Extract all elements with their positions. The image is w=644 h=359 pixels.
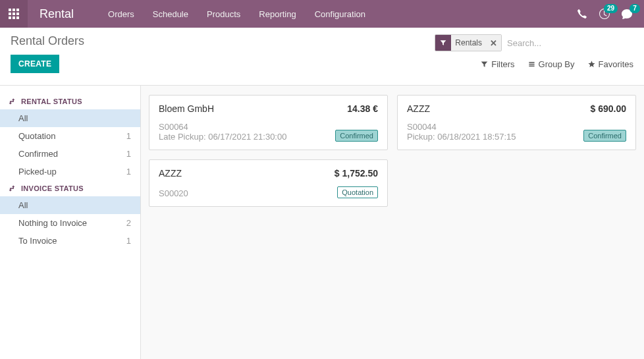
star-icon (588, 61, 595, 68)
kanban-column: AZZZ$ 690.00S00044Pickup: 06/18/2021 18:… (397, 95, 636, 150)
control-panel: Rental Orders CREATE Rentals ✕ Filters G… (0, 28, 644, 86)
create-button[interactable]: CREATE (11, 55, 59, 73)
main-menu: Orders Schedule Products Reporting Confi… (100, 1, 373, 27)
search-facet: Rentals ✕ (435, 34, 502, 51)
list-icon (528, 61, 535, 68)
filter-label: All (18, 200, 28, 210)
menu-schedule[interactable]: Schedule (145, 1, 196, 27)
status-badge: Confirmed (583, 130, 626, 142)
filter-item[interactable]: Confirmed1 (0, 145, 140, 163)
sidebar: RENTAL STATUSAllQuotation1Confirmed1Pick… (0, 86, 141, 359)
card-date: Pickup: 06/18/2021 18:57:15 (407, 132, 516, 142)
apps-icon (9, 9, 19, 19)
filter-item[interactable]: All (0, 109, 140, 127)
menu-products[interactable]: Products (199, 1, 248, 27)
filter-count: 1 (126, 167, 131, 177)
filter-item[interactable]: Quotation1 (0, 127, 140, 145)
filter-item[interactable]: To Invoice1 (0, 232, 140, 250)
activity-badge: 29 (604, 4, 618, 13)
svg-rect-6 (9, 16, 11, 19)
status-badge: Quotation (337, 186, 378, 198)
card-amount: 14.38 € (347, 103, 378, 114)
filter-group-header[interactable]: RENTAL STATUS (0, 94, 140, 109)
facet-filter-icon (435, 35, 451, 51)
filter-label: Quotation (18, 131, 55, 141)
nav-right: 29 7 (577, 9, 644, 19)
order-card[interactable]: AZZZ$ 1,752.50S00020Quotation (149, 159, 388, 207)
svg-rect-2 (16, 9, 19, 11)
search-input[interactable] (502, 35, 633, 51)
kanban-content: Bloem GmbH14.38 €S00064Late Pickup: 06/1… (141, 86, 644, 359)
order-card[interactable]: AZZZ$ 690.00S00044Pickup: 06/18/2021 18:… (397, 95, 636, 150)
groupby-button[interactable]: Group By (528, 59, 575, 69)
svg-rect-5 (16, 13, 19, 15)
search-tools: Filters Group By Favorites (481, 59, 633, 69)
filter-group-header[interactable]: INVOICE STATUS (0, 180, 140, 196)
apps-button[interactable] (0, 0, 28, 28)
svg-rect-4 (13, 13, 15, 15)
retweet-icon (8, 184, 16, 192)
card-date: Late Pickup: 06/17/2021 21:30:00 (159, 132, 286, 142)
menu-configuration[interactable]: Configuration (307, 1, 373, 27)
status-badge: Confirmed (335, 130, 378, 142)
card-order-number: S00044 (407, 122, 516, 132)
filter-label: To Invoice (18, 236, 57, 246)
messages-button[interactable]: 7 (622, 9, 632, 19)
filter-item[interactable]: All (0, 196, 140, 214)
filter-label: All (18, 113, 28, 123)
svg-rect-3 (9, 13, 11, 15)
card-customer: AZZZ (407, 103, 430, 114)
search-bar: Rentals ✕ (435, 34, 633, 51)
filter-count: 1 (126, 131, 131, 141)
card-order-number: S00020 (159, 188, 188, 198)
menu-orders[interactable]: Orders (100, 1, 142, 27)
card-order-number: S00064 (159, 122, 286, 132)
breadcrumb: Rental Orders (11, 34, 84, 48)
filter-label: Confirmed (18, 149, 58, 159)
retweet-icon (8, 97, 16, 105)
card-customer: Bloem GmbH (159, 103, 214, 114)
phone-icon (577, 9, 587, 19)
svg-rect-7 (13, 16, 15, 19)
filters-button[interactable]: Filters (481, 59, 514, 69)
top-nav: Rental Orders Schedule Products Reportin… (0, 0, 644, 28)
svg-rect-0 (9, 9, 11, 11)
brand-title[interactable]: Rental (28, 7, 87, 21)
filter-label: Picked-up (18, 167, 57, 177)
filter-count: 1 (126, 149, 131, 159)
filter-item[interactable]: Picked-up1 (0, 163, 140, 180)
svg-rect-1 (13, 9, 15, 11)
kanban-column: Bloem GmbH14.38 €S00064Late Pickup: 06/1… (149, 95, 388, 207)
filter-count: 2 (126, 218, 131, 228)
menu-reporting[interactable]: Reporting (251, 1, 304, 27)
filter-item[interactable]: Nothing to Invoice2 (0, 214, 140, 232)
facet-label: Rentals (451, 35, 486, 51)
svg-rect-8 (16, 16, 19, 19)
messages-badge: 7 (630, 4, 640, 13)
favorites-button[interactable]: Favorites (588, 59, 633, 69)
card-customer: AZZZ (159, 168, 182, 179)
card-amount: $ 690.00 (591, 103, 627, 114)
card-amount: $ 1,752.50 (335, 168, 378, 179)
order-card[interactable]: Bloem GmbH14.38 €S00064Late Pickup: 06/1… (149, 95, 388, 150)
filter-label: Nothing to Invoice (18, 218, 87, 228)
activity-button[interactable]: 29 (599, 9, 610, 19)
facet-remove[interactable]: ✕ (486, 35, 501, 51)
filter-count: 1 (126, 236, 131, 246)
funnel-icon (481, 61, 488, 68)
phone-button[interactable] (577, 9, 587, 19)
